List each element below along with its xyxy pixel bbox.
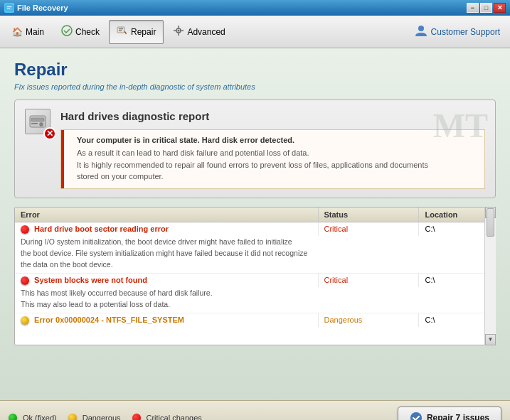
main-content: Repair Fix issues reported during the in…: [0, 48, 510, 400]
error-name-3: Error 0x00000024 - NTFS_FILE_SYSTEM: [34, 316, 184, 324]
svg-rect-2: [7, 8, 10, 9]
customer-support-btn[interactable]: Customer Support: [408, 21, 506, 43]
svg-point-13: [418, 26, 424, 31]
critical-label: Critical changes: [147, 414, 202, 421]
error-desc-2a: This has most likely occurred because of…: [15, 287, 495, 298]
error-desc-1c: the data on the boot device.: [15, 259, 495, 274]
page-title: Repair: [14, 60, 496, 80]
dangerous-label: Dangerous: [83, 414, 121, 421]
svg-rect-1: [7, 6, 11, 7]
status-dot-red: [21, 225, 29, 234]
toolbar: 🏠 Main Check Repair: [0, 16, 510, 48]
error-table: Error Status Location Hard drive boot se…: [15, 208, 495, 327]
scroll-thumb[interactable]: [487, 208, 494, 237]
col-header-error: Error: [15, 208, 318, 222]
svg-rect-5: [119, 28, 123, 29]
error-desc-1b: the boot device. File system initializat…: [15, 247, 495, 259]
alert-line-1: As a result it can lead to hard disk fai…: [77, 147, 428, 159]
error-badge: ✕: [43, 127, 56, 140]
status-dot-red-2: [21, 276, 29, 285]
minimize-button[interactable]: −: [467, 3, 479, 13]
tab-advanced-label: Advanced: [187, 27, 225, 37]
table-row: Hard drive boot sector reading error Cri…: [15, 222, 495, 236]
repair-btn-label: Repair 7 issues: [427, 413, 489, 421]
location-3: C:\: [419, 313, 495, 327]
diag-icon-area: ✕: [25, 109, 53, 137]
tab-repair[interactable]: Repair: [109, 20, 164, 44]
table-row: Error 0x00000024 - NTFS_FILE_SYSTEM Dang…: [15, 313, 495, 327]
status-dot-yellow: [21, 316, 29, 325]
status-legend: Ok (fixed) Dangerous Critical changes: [9, 414, 202, 421]
dot-green: [9, 414, 17, 421]
advanced-icon: [173, 25, 184, 38]
svg-point-8: [178, 30, 180, 32]
error-desc-2b: This may also lead to a potential loss o…: [15, 298, 495, 313]
alert-panel: Your computer is in critical state. Hard…: [60, 129, 485, 189]
error-name-2: System blocks were not found: [34, 276, 147, 284]
table-row: During I/O system initialization, the bo…: [15, 236, 495, 247]
alert-title: Your computer is in critical state. Hard…: [77, 136, 428, 144]
status-2: Critical: [318, 273, 419, 287]
alert-line-3: stored on your computer.: [77, 171, 428, 183]
svg-rect-17: [31, 123, 38, 124]
dot-yellow: [68, 414, 77, 421]
tab-main[interactable]: 🏠 Main: [4, 20, 52, 44]
scroll-down[interactable]: ▼: [485, 334, 496, 345]
diag-title: Hard drives diagnostic report: [60, 110, 485, 122]
alert-line-2: It is highly recommended to repair all f…: [77, 159, 428, 171]
status-3: Dangerous: [318, 313, 419, 327]
table-row: the data on the boot device.: [15, 259, 495, 274]
error-table-wrapper: Error Status Location Hard drive boot se…: [14, 207, 496, 345]
maximize-button[interactable]: □: [480, 3, 492, 13]
dot-red: [132, 414, 141, 421]
svg-rect-15: [31, 118, 44, 122]
check-icon: [61, 25, 73, 38]
repair-issues-button[interactable]: Repair 7 issues: [398, 406, 501, 421]
error-table-container: Error Status Location Hard drive boot se…: [14, 207, 496, 345]
svg-point-16: [40, 123, 43, 126]
scrollbar[interactable]: ▲ ▼: [484, 207, 496, 345]
tab-main-label: Main: [26, 27, 44, 37]
error-name-1: Hard drive boot sector reading error: [34, 225, 169, 233]
status-critical-item: Critical changes: [132, 414, 202, 421]
status-ok-item: Ok (fixed): [9, 414, 57, 421]
watermark: MT: [433, 106, 488, 145]
table-row: This has most likely occurred because of…: [15, 287, 495, 298]
tab-check[interactable]: Check: [53, 20, 107, 44]
app-icon: [4, 3, 14, 13]
tab-check-label: Check: [75, 27, 100, 37]
close-button[interactable]: ✕: [494, 3, 506, 13]
ok-label: Ok (fixed): [23, 414, 57, 421]
svg-point-3: [62, 26, 72, 36]
support-icon: [414, 23, 428, 40]
location-1: C:\: [419, 222, 495, 236]
title-bar-title: File Recovery: [17, 4, 68, 12]
support-label: Customer Support: [431, 27, 500, 37]
tab-repair-label: Repair: [131, 27, 156, 37]
table-row: This may also lead to a potential loss o…: [15, 298, 495, 313]
svg-rect-6: [119, 31, 122, 31]
location-2: C:\: [419, 273, 495, 287]
window-controls: − □ ✕: [467, 3, 506, 13]
title-bar: File Recovery − □ ✕: [0, 0, 510, 16]
col-header-status: Status: [318, 208, 419, 222]
status-dangerous-item: Dangerous: [68, 414, 121, 421]
error-desc-1a: During I/O system initialization, the bo…: [15, 236, 495, 247]
page-subtitle: Fix issues reported during the in-depth …: [14, 82, 496, 91]
repair-icon: [117, 25, 128, 38]
table-row: the boot device. File system initializat…: [15, 247, 495, 259]
main-icon: 🏠: [12, 27, 23, 37]
diagnostic-box: ✕ Hard drives diagnostic report Your com…: [14, 99, 496, 198]
tab-advanced[interactable]: Advanced: [165, 20, 233, 44]
status-bar: Ok (fixed) Dangerous Critical changes Re…: [0, 400, 510, 420]
svg-rect-4: [117, 27, 124, 33]
repair-btn-icon: [410, 411, 423, 421]
status-1: Critical: [318, 222, 419, 236]
col-header-location: Location: [419, 208, 495, 222]
table-row: System blocks were not found Critical C:…: [15, 273, 495, 287]
